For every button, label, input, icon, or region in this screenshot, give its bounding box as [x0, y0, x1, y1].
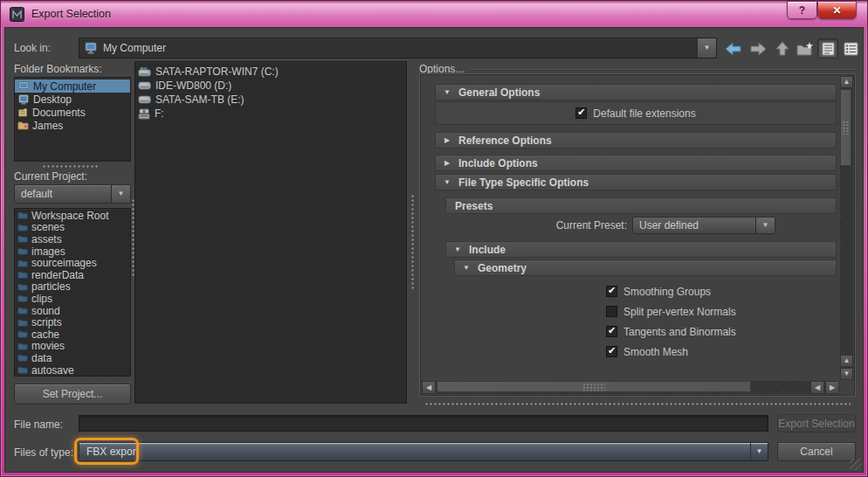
section-include-options[interactable]: ▶ Include Options [435, 155, 837, 171]
folder-label: particles [31, 280, 71, 293]
close-button[interactable]: ✕ [817, 1, 857, 19]
back-button[interactable] [723, 38, 744, 59]
drive-item-e[interactable]: SATA-SAM-TB (E:) [135, 93, 406, 107]
chevron-down-icon: ▼ [762, 222, 769, 229]
section-general-options[interactable]: ▼ General Options [435, 84, 837, 100]
help-button[interactable]: ? [787, 1, 817, 19]
folder-label: movies [31, 340, 65, 352]
project-folder-item[interactable]: particles [15, 281, 130, 294]
folder-icon [17, 319, 28, 327]
current-project-dropdown-button[interactable]: ▼ [111, 185, 130, 203]
scroll-left-button[interactable]: ◀ [422, 381, 436, 394]
window-title: Export Selection [31, 8, 111, 20]
folder-icon [17, 224, 28, 232]
chevron-down-icon: ▼ [118, 190, 125, 197]
triangle-left-icon: ◀ [815, 384, 820, 391]
triangle-up-icon: ▲ [844, 79, 851, 86]
scroll-up-button-2[interactable]: ▲ [840, 355, 853, 367]
folder-label: autosave [31, 364, 74, 377]
project-folder-item[interactable]: scripts [15, 316, 130, 328]
new-folder-button[interactable] [795, 38, 816, 59]
drive-label: IDE-WD800 (D:) [155, 80, 231, 92]
project-folder-item[interactable]: autosave [15, 364, 130, 377]
section-file-type-specific-options[interactable]: ▼ File Type Specific Options [435, 174, 837, 190]
tangents-and-binormals-checkbox[interactable] [606, 326, 617, 337]
folder-icon [17, 330, 28, 338]
section-title: General Options [458, 86, 540, 99]
file-list-panel[interactable]: SATA-RAPTOR-WIN7 (C:) IDE-WD800 (D:) SAT… [134, 61, 407, 404]
scroll-up-button[interactable]: ▲ [840, 76, 853, 88]
project-folder-item[interactable]: Workspace Root [15, 210, 130, 222]
section-reference-options[interactable]: ▶ Reference Options [435, 132, 837, 149]
smoothing-groups-checkbox[interactable] [606, 286, 617, 297]
project-folder-item[interactable]: renderData [15, 269, 130, 281]
project-folder-item[interactable]: cache [15, 328, 130, 341]
details-view-button[interactable] [840, 38, 861, 59]
project-folder-item[interactable]: clips [15, 293, 130, 305]
scroll-left-button-2[interactable]: ◀ [810, 381, 824, 394]
folder-bookmarks-list[interactable]: My Computer Desktop Documents James [14, 77, 131, 162]
chevron-right-icon: ▶ [436, 137, 458, 144]
checkbox-label: Smoothing Groups [623, 286, 711, 298]
bookmark-my-computer[interactable]: My Computer [15, 80, 130, 93]
project-folder-item[interactable]: sound [15, 305, 130, 317]
folder-icon [17, 211, 28, 219]
project-folder-item[interactable]: sourceimages [15, 257, 130, 269]
current-project-combobox[interactable]: default ▼ [14, 184, 131, 204]
look-in-combobox[interactable]: My Computer ▼ [79, 38, 717, 59]
bookmark-documents[interactable]: Documents [15, 106, 130, 119]
look-in-dropdown-button[interactable]: ▼ [697, 38, 716, 58]
file-name-input[interactable] [79, 415, 768, 432]
scroll-right-button[interactable]: ▶ [825, 381, 839, 394]
options-vertical-scrollbar[interactable]: ▲ ▲ ▼ [840, 76, 853, 380]
folder-label: cache [31, 328, 59, 341]
geometry-option-row: Smooth Mesh [423, 342, 838, 362]
project-folder-item[interactable]: movies [15, 341, 130, 353]
project-folders-list[interactable]: Workspace Root scenes assets images sour… [14, 208, 131, 377]
chevron-down-icon: ▼ [756, 448, 763, 455]
vertical-scroll-thumb[interactable] [840, 89, 851, 166]
chevron-down-icon: ▼ [436, 89, 458, 96]
options-bottom-splitter[interactable] [424, 403, 851, 405]
triangle-up-icon: ▲ [844, 357, 851, 364]
bookmark-desktop[interactable]: Desktop [15, 93, 130, 106]
current-preset-combobox[interactable]: User defined ▼ [632, 217, 775, 234]
project-folder-item[interactable]: images [15, 245, 130, 258]
default-file-extensions-checkbox[interactable] [575, 107, 587, 119]
current-preset-dropdown-button[interactable]: ▼ [755, 218, 775, 233]
bookmark-james[interactable]: James [15, 119, 130, 132]
look-in-label: Look in: [14, 42, 51, 54]
split-per-vertex-normals-checkbox[interactable] [606, 306, 617, 317]
project-folder-item[interactable]: data [15, 352, 130, 364]
cancel-button[interactable]: Cancel [777, 442, 856, 461]
drive-item-d[interactable]: IDE-WD800 (D:) [135, 79, 406, 93]
section-presets[interactable]: Presets [445, 197, 837, 214]
drive-item-f[interactable]: F: [135, 107, 406, 121]
scroll-down-button[interactable]: ▼ [840, 368, 853, 380]
bookmark-label: Documents [32, 107, 86, 119]
folder-label: assets [31, 233, 62, 245]
forward-button[interactable] [747, 38, 768, 59]
project-folder-item[interactable]: assets [15, 233, 130, 245]
smooth-mesh-checkbox[interactable] [606, 346, 617, 357]
desktop-icon [17, 94, 30, 105]
set-project-button[interactable]: Set Project... [14, 384, 131, 404]
up-directory-button[interactable] [772, 38, 793, 59]
drive-item-c[interactable]: SATA-RAPTOR-WIN7 (C:) [135, 65, 406, 79]
section-geometry[interactable]: ▼ Geometry [454, 259, 837, 276]
horizontal-scroll-thumb[interactable] [437, 381, 751, 392]
section-include[interactable]: ▼ Include [445, 241, 837, 258]
back-arrow-icon [724, 42, 743, 56]
list-view-button[interactable] [817, 38, 838, 59]
project-folder-item[interactable]: scenes [15, 222, 130, 234]
bookmark-label: Desktop [33, 93, 72, 106]
options-horizontal-scrollbar[interactable]: ◀ ◀ ▶ [422, 381, 839, 394]
options-splitter[interactable] [411, 194, 414, 290]
folder-icon [17, 294, 28, 302]
files-of-type-combobox[interactable]: FBX export ▼ [79, 442, 768, 461]
titlebar[interactable]: Export Selection ? ✕ [1, 1, 867, 27]
export-selection-button[interactable]: Export Selection [777, 414, 856, 432]
files-of-type-dropdown-button[interactable]: ▼ [750, 443, 768, 460]
resize-grip[interactable] [850, 459, 861, 470]
folder-icon [17, 259, 28, 267]
